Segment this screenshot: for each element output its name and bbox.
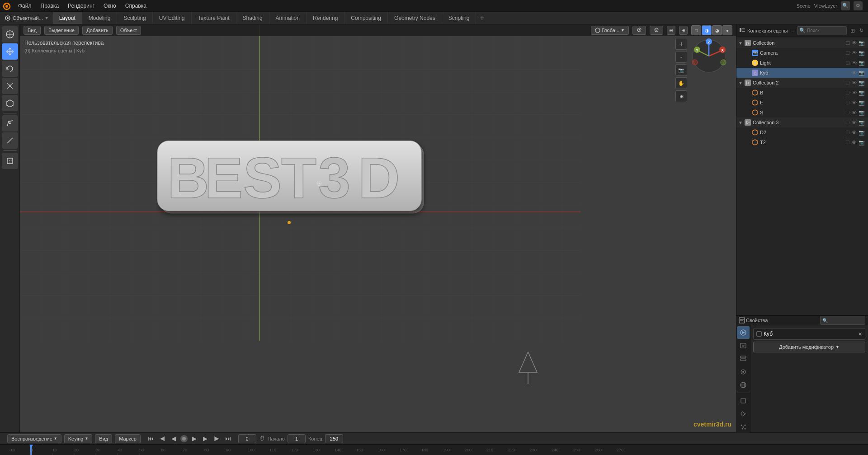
add-cube-tool[interactable]: [2, 153, 18, 169]
settings-icon[interactable]: ⚙: [854, 1, 863, 10]
tab-shading[interactable]: Shading: [236, 12, 269, 24]
cursor-tool[interactable]: [2, 26, 18, 42]
restrict-viewport-e[interactable]: 👁: [852, 100, 857, 105]
outliner-sync-btn[interactable]: ↻: [858, 27, 865, 34]
next-frame-btn[interactable]: ▶: [201, 434, 209, 443]
restrict-viewport-camera[interactable]: 👁: [852, 50, 857, 56]
object-name-field[interactable]: Куб ✕: [753, 328, 865, 340]
outliner-search[interactable]: 🔍: [797, 26, 847, 35]
tab-texture-paint[interactable]: Texture Paint: [192, 12, 236, 24]
tab-animation[interactable]: Animation: [269, 12, 307, 24]
tree-item-b[interactable]: B ☐ 👁 📷: [736, 88, 868, 98]
shading-wireframe[interactable]: □: [691, 25, 701, 35]
rotate-tool[interactable]: [2, 61, 18, 77]
restrict-camera-s[interactable]: 📷: [859, 110, 865, 116]
tree-item-e[interactable]: E ☐ 👁 📷: [736, 98, 868, 108]
outliner-filter-btn[interactable]: ≡: [790, 27, 796, 34]
camera-view-btn[interactable]: 📷: [675, 64, 687, 76]
proportional-editing[interactable]: [650, 26, 663, 35]
prop-modifier-icon[interactable]: [737, 408, 750, 420]
restrict-render-s[interactable]: ☐: [845, 110, 850, 116]
outliner-options-btn[interactable]: ⊞: [849, 27, 857, 35]
viewport-gizmo[interactable]: X Y Z: [691, 38, 727, 74]
menu-window[interactable]: Окно: [99, 0, 121, 11]
props-search[interactable]: 🔍: [820, 316, 865, 325]
viewport-add-menu[interactable]: Добавить: [82, 26, 113, 35]
prop-object-icon[interactable]: [737, 394, 750, 407]
restrict-camera-e[interactable]: 📷: [859, 100, 865, 106]
viewport[interactable]: Вид Выделение Добавить Объект Глоба... ▼…: [20, 24, 736, 432]
prev-keyframe-btn[interactable]: ◀|: [158, 435, 167, 442]
restrict-viewport-cube[interactable]: 👁: [852, 70, 857, 75]
keying-menu[interactable]: Keying ▼: [64, 434, 93, 443]
restrict-viewport-col2[interactable]: 👁: [852, 80, 857, 85]
current-frame-display[interactable]: 0: [238, 434, 256, 443]
restrict-viewport-root[interactable]: 👁: [852, 40, 857, 46]
tree-item-camera[interactable]: 📷 Camera ☐ 👁 📷: [736, 48, 868, 58]
shading-solid[interactable]: ◑: [702, 25, 712, 35]
restrict-viewport-light[interactable]: 👁: [852, 60, 857, 66]
restrict-viewport-b[interactable]: 👁: [852, 90, 857, 95]
restrict-render-light[interactable]: ☐: [845, 60, 850, 66]
jump-start-btn[interactable]: ⏮: [146, 434, 156, 443]
zoom-in-btn[interactable]: +: [675, 38, 687, 50]
tab-add[interactable]: +: [476, 14, 487, 22]
restrict-camera-root[interactable]: 📷: [859, 40, 865, 46]
restrict-render-d2[interactable]: ☐: [845, 130, 850, 136]
timeline-view-menu[interactable]: Вид: [95, 434, 112, 443]
marker-menu[interactable]: Маркер: [115, 434, 141, 443]
prev-frame-btn[interactable]: ◀: [170, 434, 178, 443]
props-search-input[interactable]: [829, 318, 860, 323]
end-frame-display[interactable]: 250: [325, 434, 343, 443]
tree-item-cube[interactable]: △ Куб ☐ 👁 📷: [736, 68, 868, 78]
restrict-render-camera[interactable]: ☐: [845, 50, 850, 56]
play-btn[interactable]: ▶: [190, 434, 198, 443]
restrict-camera-col3[interactable]: 📷: [859, 120, 865, 126]
restrict-camera-light[interactable]: 📷: [859, 60, 865, 66]
tab-layout[interactable]: Layout: [53, 12, 82, 24]
prop-world-icon[interactable]: [737, 379, 750, 391]
tab-sculpting[interactable]: Sculpting: [117, 12, 152, 24]
menu-file[interactable]: Файл: [14, 0, 36, 11]
viewport-object-menu[interactable]: Объект: [116, 26, 141, 35]
scale-tool[interactable]: [2, 78, 18, 94]
tree-item-light[interactable]: ● Light ☐ 👁 📷: [736, 58, 868, 68]
transform-space-selector[interactable]: Глоба... ▼: [591, 26, 629, 35]
clock-icon[interactable]: ⏱: [259, 435, 265, 442]
search-icon[interactable]: 🔍: [841, 1, 850, 10]
hand-tool-btn[interactable]: ✋: [675, 77, 687, 89]
tab-geometry-nodes[interactable]: Geometry Nodes: [388, 12, 442, 24]
object-name-close[interactable]: ✕: [858, 331, 862, 337]
menu-edit[interactable]: Правка: [36, 0, 64, 11]
snap-toggle[interactable]: [632, 26, 646, 35]
restrict-viewport-t2[interactable]: 👁: [852, 140, 857, 145]
prop-view-layer-icon[interactable]: [737, 352, 750, 365]
menu-render[interactable]: Рендеринг: [63, 0, 99, 11]
restrict-render-col3[interactable]: ☐: [845, 120, 850, 126]
measure-tool[interactable]: [2, 132, 18, 149]
zoom-out-btn[interactable]: -: [675, 51, 687, 63]
restrict-render-b[interactable]: ☐: [845, 90, 850, 96]
restrict-render-t2[interactable]: ☐: [845, 140, 850, 145]
prop-output-icon[interactable]: [737, 339, 750, 352]
restrict-viewport-col3[interactable]: 👁: [852, 120, 857, 125]
add-modifier-btn[interactable]: Добавить модификатор ▼: [753, 342, 865, 352]
tree-item-s[interactable]: S ☐ 👁 📷: [736, 108, 868, 117]
start-frame-display[interactable]: 1: [288, 434, 306, 443]
restrict-camera-cube[interactable]: 📷: [859, 70, 865, 76]
overlay-toggle[interactable]: ⊕: [667, 26, 675, 35]
restrict-render-e[interactable]: ☐: [845, 100, 850, 106]
restrict-viewport-s[interactable]: 👁: [852, 110, 857, 115]
record-btn[interactable]: [180, 435, 188, 442]
xray-toggle[interactable]: ⊞: [679, 26, 688, 35]
restrict-camera-t2[interactable]: 📷: [859, 140, 865, 145]
restrict-viewport-d2[interactable]: 👁: [852, 130, 857, 135]
tree-item-t2[interactable]: T2 ☐ 👁 📷: [736, 137, 868, 147]
best3d-object[interactable]: B E S T 3 D: [156, 134, 428, 225]
restrict-camera-camera[interactable]: 📷: [859, 50, 865, 56]
tab-modeling[interactable]: Modeling: [82, 12, 118, 24]
move-tool[interactable]: [2, 43, 18, 60]
jump-end-btn[interactable]: ⏭: [223, 434, 233, 443]
tab-compositing[interactable]: Compositing: [344, 12, 388, 24]
tab-uv-editing[interactable]: UV Editing: [153, 12, 192, 24]
